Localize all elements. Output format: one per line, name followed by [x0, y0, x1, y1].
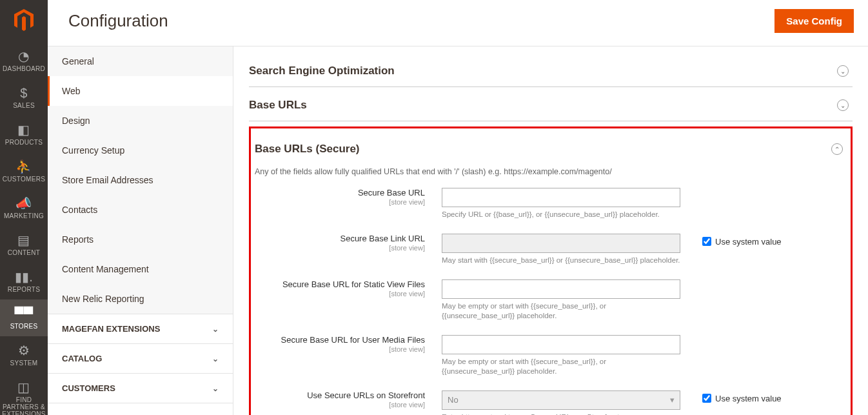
field-help: Specify URL or {{base_url}}, or {{unsecu…	[442, 210, 680, 219]
select-value: No	[448, 395, 459, 405]
form-row-3: Secure Base URL for User Media Files[sto…	[255, 335, 847, 376]
input-0[interactable]	[442, 188, 680, 207]
field-help: May start with {{secure_base_url}} or {{…	[442, 256, 680, 265]
partners-icon: ◫	[0, 381, 48, 394]
sidebar-item-content-management[interactable]: Content Management	[48, 254, 233, 284]
sidebar-group-customers[interactable]: CUSTOMERS⌄	[48, 373, 233, 403]
group-label: CUSTOMERS	[62, 383, 115, 393]
field-help: Enter https protocol to use Secure URLs …	[442, 412, 680, 415]
form-row-0: Secure Base URL[store view]Specify URL o…	[255, 188, 847, 219]
system-icon: ⚙	[0, 344, 48, 357]
section-base-urls-secure[interactable]: Base URLs (Secure) ⌃	[255, 131, 847, 159]
sidebar-group-catalog[interactable]: CATALOG⌄	[48, 343, 233, 373]
section-base-urls-secure-highlight: Base URLs (Secure) ⌃ Any of the fields a…	[249, 127, 853, 415]
section-base-urls[interactable]: Base URLs ⌄	[249, 87, 853, 121]
form-row-2: Secure Base URL for Static View Files[st…	[255, 279, 847, 321]
nav-label: FIND PARTNERS & EXTENSIONS	[0, 396, 48, 415]
input-1	[442, 234, 680, 253]
sidebar-item-design[interactable]: Design	[48, 106, 233, 136]
reports-icon: ▮▮.	[0, 270, 48, 283]
sidebar-item-new-relic-reporting[interactable]: New Relic Reporting	[48, 284, 233, 314]
use-system-value-wrap: Use system value	[680, 390, 782, 403]
nav-products[interactable]: ◧PRODUCTS	[0, 116, 48, 152]
group-label: CATALOG	[62, 354, 102, 363]
field-scope: [store view]	[255, 290, 425, 298]
sidebar-item-general[interactable]: General	[48, 46, 233, 76]
group-label: MAGEFAN EXTENSIONS	[62, 324, 160, 334]
field-help: May be empty or start with {{secure_base…	[442, 301, 680, 321]
dashboard-icon: ◔	[0, 50, 48, 63]
page-title: Configuration	[68, 11, 774, 31]
dropdown-icon: ▾	[670, 395, 675, 405]
nav-reports[interactable]: ▮▮.REPORTS	[0, 263, 48, 299]
nav-label: PRODUCTS	[0, 139, 48, 146]
use-system-value-label: Use system value	[715, 237, 782, 247]
stores-icon: ▀▀	[0, 307, 48, 320]
chevron-down-icon: ⌄	[212, 354, 219, 363]
field-label: Secure Base URL for Static View Files	[282, 279, 425, 289]
field-label: Use Secure URLs on Storefront	[307, 390, 425, 400]
chevron-down-icon: ⌄	[837, 65, 849, 77]
use-system-value-checkbox[interactable]	[702, 394, 711, 403]
sidebar-item-contacts[interactable]: Contacts	[48, 195, 233, 225]
chevron-down-icon: ⌄	[212, 384, 219, 393]
nav-label: MARKETING	[0, 212, 48, 219]
sidebar-group-sales[interactable]: SALES⌄	[48, 403, 233, 415]
section-title-base-urls: Base URLs	[249, 99, 307, 112]
sidebar-item-store-email-addresses[interactable]: Store Email Addresses	[48, 165, 233, 195]
sales-icon: $	[0, 86, 48, 99]
form-row-4: Use Secure URLs on Storefront[store view…	[255, 390, 847, 415]
nav-marketing[interactable]: 📣MARKETING	[0, 189, 48, 226]
save-config-button[interactable]: Save Config	[774, 9, 854, 33]
field-label: Secure Base Link URL	[340, 234, 425, 243]
field-scope: [store view]	[255, 244, 425, 252]
nav-stores[interactable]: ▀▀STORES	[0, 299, 48, 336]
admin-left-nav: ◔DASHBOARD$SALES◧PRODUCTS⛹CUSTOMERS📣MARK…	[0, 0, 48, 415]
nav-label: SALES	[0, 102, 48, 109]
nav-label: CUSTOMERS	[0, 176, 48, 183]
section-seo[interactable]: Search Engine Optimization ⌄	[249, 53, 853, 87]
field-scope: [store view]	[255, 345, 425, 353]
marketing-icon: 📣	[0, 197, 48, 210]
use-system-value-wrap: Use system value	[680, 234, 782, 247]
nav-label: SYSTEM	[0, 359, 48, 367]
nav-label: STORES	[0, 323, 48, 330]
section-title-base-urls-secure: Base URLs (Secure)	[255, 143, 360, 156]
field-label: Secure Base URL for User Media Files	[281, 335, 426, 345]
input-3[interactable]	[442, 335, 680, 354]
select-4: No▾	[442, 390, 680, 410]
sidebar-item-reports[interactable]: Reports	[48, 225, 233, 254]
section-title-seo: Search Engine Optimization	[249, 65, 395, 77]
content-icon: ▤	[0, 234, 48, 247]
nav-customers[interactable]: ⛹CUSTOMERS	[0, 152, 48, 189]
field-help: May be empty or start with {{secure_base…	[442, 357, 680, 376]
customers-icon: ⛹	[0, 160, 48, 173]
nav-system[interactable]: ⚙SYSTEM	[0, 336, 48, 373]
sidebar-item-web[interactable]: Web	[48, 76, 233, 106]
field-label: Secure Base URL	[358, 188, 425, 197]
nav-label: CONTENT	[0, 249, 48, 256]
sidebar-group-magefan-extensions[interactable]: MAGEFAN EXTENSIONS⌄	[48, 314, 233, 343]
page-header: Configuration Save Config	[48, 0, 868, 46]
products-icon: ◧	[0, 123, 48, 136]
field-scope: [store view]	[255, 198, 425, 206]
sidebar-item-currency-setup[interactable]: Currency Setup	[48, 136, 233, 165]
chevron-down-icon: ⌄	[212, 325, 219, 334]
use-system-value-label: Use system value	[715, 394, 782, 403]
nav-dashboard[interactable]: ◔DASHBOARD	[0, 42, 48, 79]
config-panel: Search Engine Optimization ⌄ Base URLs ⌄…	[233, 46, 868, 415]
nav-label: REPORTS	[0, 286, 48, 293]
section-note: Any of the fields allow fully qualified …	[255, 159, 847, 188]
nav-content[interactable]: ▤CONTENT	[0, 226, 48, 263]
field-scope: [store view]	[255, 401, 425, 409]
nav-partners[interactable]: ◫FIND PARTNERS & EXTENSIONS	[0, 373, 48, 415]
input-2[interactable]	[442, 279, 680, 299]
form-row-1: Secure Base Link URL[store view]May star…	[255, 234, 847, 265]
config-sidebar: GeneralWebDesignCurrency SetupStore Emai…	[48, 46, 233, 415]
magento-icon	[14, 9, 34, 31]
magento-logo[interactable]	[0, 0, 48, 42]
nav-label: DASHBOARD	[0, 65, 48, 72]
nav-sales[interactable]: $SALES	[0, 79, 48, 116]
chevron-down-icon: ⌄	[837, 99, 849, 111]
use-system-value-checkbox[interactable]	[702, 237, 711, 246]
